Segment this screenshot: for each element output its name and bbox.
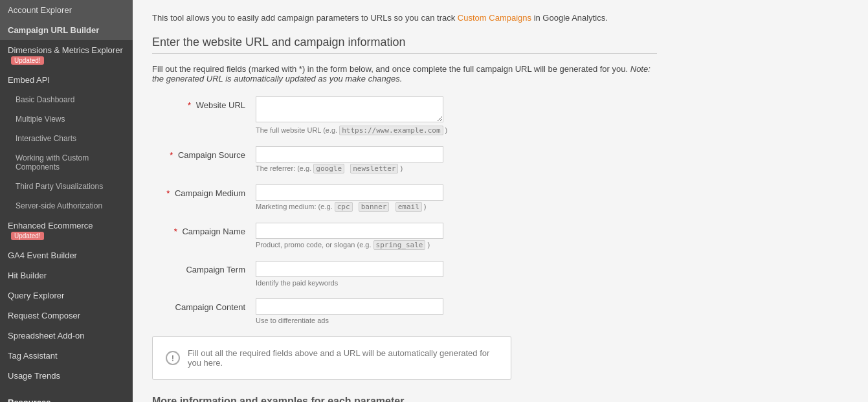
sidebar-item-query-explorer[interactable]: Query Explorer bbox=[0, 285, 133, 306]
label-campaign-source: * Campaign Source bbox=[152, 146, 256, 160]
field-wrapper-campaign-content: Use to differentiate ads bbox=[256, 298, 657, 324]
form-row-campaign-name: * Campaign Name Product, promo code, or … bbox=[152, 223, 657, 249]
campaign-medium-input[interactable] bbox=[256, 184, 443, 201]
field-wrapper-campaign-source: The referrer: (e.g. google newsletter ) bbox=[256, 146, 657, 173]
resources-header: Resources bbox=[0, 391, 133, 402]
form-row-campaign-medium: * Campaign Medium Marketing medium: (e.g… bbox=[152, 184, 657, 211]
form-container: * Website URL The full website URL (e.g.… bbox=[152, 96, 657, 324]
hint-campaign-medium: Marketing medium: (e.g. cpc banner email… bbox=[256, 203, 657, 211]
fill-instruction: Fill out the required fields (marked wit… bbox=[152, 64, 657, 84]
sidebar-item-account-explorer[interactable]: Account Explorer bbox=[0, 0, 133, 20]
field-wrapper-campaign-name: Product, promo code, or slogan (e.g. spr… bbox=[256, 223, 657, 249]
updated-badge-ecommerce: Updated! bbox=[11, 232, 44, 240]
label-campaign-term: Campaign Term bbox=[152, 261, 256, 274]
sidebar-item-basic-dashboard[interactable]: Basic Dashboard bbox=[0, 90, 133, 109]
sidebar-item-third-party-visualizations[interactable]: Third Party Visualizations bbox=[0, 177, 133, 196]
hint-code-website-url: https://www.example.com bbox=[339, 126, 443, 135]
sidebar-item-embed-api[interactable]: Embed API bbox=[0, 70, 133, 90]
field-wrapper-website-url: The full website URL (e.g. https://www.e… bbox=[256, 96, 657, 135]
campaign-term-input[interactable] bbox=[256, 261, 443, 277]
hint-campaign-name: Product, promo code, or slogan (e.g. spr… bbox=[256, 241, 657, 249]
sidebar-item-tag-assistant[interactable]: Tag Assistant bbox=[0, 346, 133, 366]
campaign-name-input[interactable] bbox=[256, 223, 443, 239]
sidebar: Account Explorer Campaign URL Builder Di… bbox=[0, 0, 133, 402]
campaign-content-input[interactable] bbox=[256, 298, 443, 315]
sidebar-item-interactive-charts[interactable]: Interactive Charts bbox=[0, 129, 133, 148]
form-row-website-url: * Website URL The full website URL (e.g.… bbox=[152, 96, 657, 135]
label-website-url: * Website URL bbox=[152, 96, 256, 110]
section-title: Enter the website URL and campaign infor… bbox=[152, 36, 849, 49]
url-output-box: ! Fill out all the required fields above… bbox=[152, 336, 511, 380]
field-wrapper-campaign-term: Identify the paid keywords bbox=[256, 261, 657, 287]
label-campaign-name: * Campaign Name bbox=[152, 223, 256, 236]
sidebar-item-campaign-url-builder[interactable]: Campaign URL Builder bbox=[0, 20, 133, 40]
website-url-input[interactable] bbox=[256, 96, 443, 122]
info-icon: ! bbox=[166, 351, 180, 365]
required-star: * bbox=[188, 100, 191, 110]
campaign-source-input[interactable] bbox=[256, 146, 443, 162]
form-row-campaign-term: Campaign Term Identify the paid keywords bbox=[152, 261, 657, 287]
more-info-title: More information and examples for each p… bbox=[152, 396, 849, 402]
main-content: This tool allows you to easily add campa… bbox=[133, 0, 868, 402]
sidebar-item-dimensions-metrics[interactable]: Dimensions & Metrics Explorer Updated! bbox=[0, 40, 133, 70]
hint-campaign-content: Use to differentiate ads bbox=[256, 317, 657, 324]
label-campaign-medium: * Campaign Medium bbox=[152, 184, 256, 198]
field-wrapper-campaign-medium: Marketing medium: (e.g. cpc banner email… bbox=[256, 184, 657, 211]
hint-website-url: The full website URL (e.g. https://www.e… bbox=[256, 126, 657, 135]
sidebar-item-multiple-views[interactable]: Multiple Views bbox=[0, 109, 133, 129]
sidebar-item-working-custom-components[interactable]: Working with Custom Components bbox=[0, 148, 133, 177]
form-row-campaign-content: Campaign Content Use to differentiate ad… bbox=[152, 298, 657, 324]
sidebar-item-hit-builder[interactable]: Hit Builder bbox=[0, 265, 133, 285]
sidebar-item-spreadsheet-add-on[interactable]: Spreadsheet Add-on bbox=[0, 326, 133, 346]
hint-campaign-source: The referrer: (e.g. google newsletter ) bbox=[256, 164, 657, 173]
sidebar-item-enhanced-ecommerce[interactable]: Enhanced Ecommerce Updated! bbox=[0, 216, 133, 245]
updated-badge: Updated! bbox=[11, 56, 44, 65]
sidebar-item-ga4-event-builder[interactable]: GA4 Event Builder bbox=[0, 245, 133, 265]
intro-text: This tool allows you to easily add campa… bbox=[152, 13, 657, 23]
label-campaign-content: Campaign Content bbox=[152, 298, 256, 312]
form-row-campaign-source: * Campaign Source The referrer: (e.g. go… bbox=[152, 146, 657, 173]
custom-campaigns-link[interactable]: Custom Campaigns bbox=[458, 13, 531, 23]
hint-campaign-term: Identify the paid keywords bbox=[256, 279, 657, 287]
sidebar-item-request-composer[interactable]: Request Composer bbox=[0, 306, 133, 326]
sidebar-item-server-side-authorization[interactable]: Server-side Authorization bbox=[0, 196, 133, 216]
url-output-placeholder: Fill out all the required fields above a… bbox=[188, 348, 498, 368]
sidebar-item-usage-trends[interactable]: Usage Trends bbox=[0, 366, 133, 386]
section-divider bbox=[152, 53, 657, 54]
